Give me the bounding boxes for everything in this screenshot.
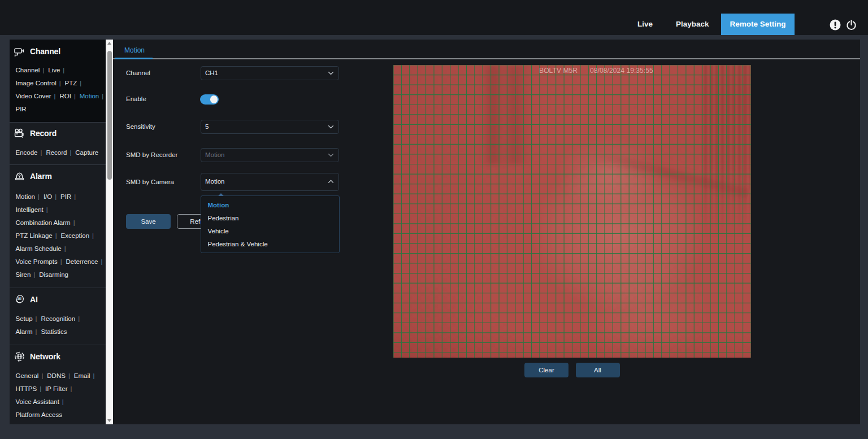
svg-text:AI: AI: [18, 297, 21, 301]
